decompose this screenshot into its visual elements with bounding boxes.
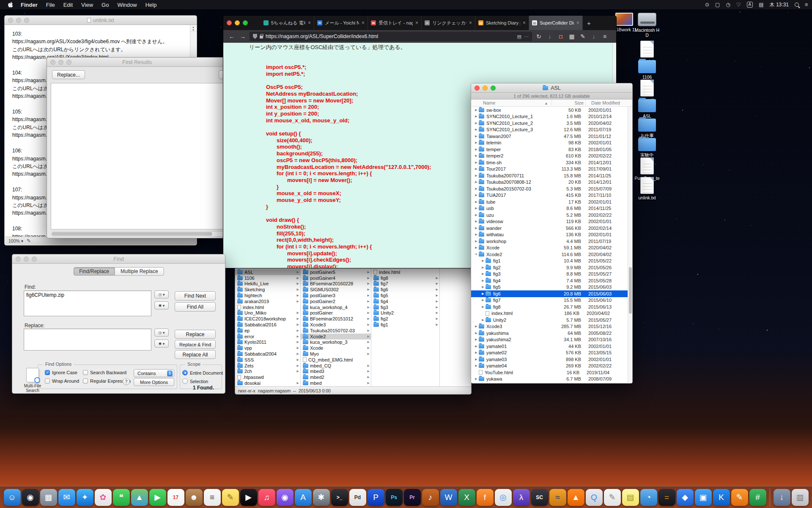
disclosure-triangle[interactable]: ▶ — [474, 128, 479, 131]
disclosure-triangle[interactable]: ▶ — [474, 213, 479, 217]
replace-settings-button[interactable]: ✱ ▾ — [154, 340, 169, 348]
table-row[interactable]: ▶usb8.6 MB2014/11/25 — [471, 205, 628, 212]
find-input[interactable]: fig6CPUtemp.zip — [24, 290, 151, 316]
disclosure-triangle[interactable]: ▶ — [480, 272, 486, 276]
table-row[interactable]: ▶telemin98 KB2002/01/01 — [471, 140, 628, 146]
archive-extension-icon[interactable]: ▦ — [568, 33, 576, 40]
tab-close-icon[interactable]: × — [469, 20, 472, 26]
table-row[interactable]: ▶workshop4.4 MB2011/07/19 — [471, 238, 628, 245]
disclosure-triangle[interactable]: ▶ — [474, 148, 479, 151]
table-row[interactable]: ▶fig47.4 MB2015/05/28 — [471, 277, 628, 284]
desktop-icon--[interactable]: 実験中 — [634, 138, 661, 157]
close-button[interactable] — [16, 257, 21, 262]
disclosure-triangle[interactable]: ▶ — [474, 121, 479, 125]
multi-file-search-button[interactable]: Multi-File Search — [19, 368, 46, 393]
vertical-scrollbar[interactable] — [628, 107, 632, 383]
list-item[interactable]: Uno_Miiko▶ — [235, 310, 300, 316]
dock-icon-pd[interactable]: Pd — [349, 489, 366, 506]
list-item[interactable]: vpp▶ — [235, 345, 300, 351]
table-row[interactable]: ▶SYNC2010_Lecture_23.5 MB2020/04/02 — [471, 120, 628, 127]
table-row[interactable]: ▶TUA2017415 KB2017/11/10 — [471, 192, 628, 199]
menu-clock[interactable]: 木 13:31 — [770, 1, 789, 8]
match-type-dropdown[interactable]: Contains▲▼ — [134, 369, 174, 377]
table-row[interactable]: ▶time-sh334 KB2014/12/01 — [471, 159, 628, 166]
list-item[interactable]: mbed_CQ▶ — [301, 363, 371, 369]
list-item[interactable]: mbed2▶ — [301, 374, 371, 380]
list-item[interactable]: hightech▶ — [235, 293, 300, 298]
table-row[interactable]: ▶wander566 KB2002/02/14 — [471, 225, 628, 232]
disclosure-triangle[interactable]: ▶ — [474, 331, 479, 335]
table-row[interactable]: ▶tube17 KB2002/01/01 — [471, 199, 628, 205]
selection-radio[interactable]: Selection — [182, 378, 208, 384]
list-item[interactable]: fig2▶ — [371, 316, 439, 322]
edit-extension-icon[interactable]: ✎ — [579, 33, 587, 40]
table-row[interactable]: ▶yamate03898 KB2002/01/01 — [471, 356, 628, 363]
minimize-button[interactable] — [24, 257, 29, 262]
table-row[interactable]: ▶index.html186 KB2020/04/02 — [471, 310, 628, 317]
list-item[interactable]: Sketching▶ — [235, 287, 300, 293]
clock-icon[interactable]: ◷ — [726, 2, 730, 8]
dock-icon-system-preferences[interactable]: ✱ — [313, 489, 330, 506]
list-item[interactable]: ICEC2018workshop▶ — [235, 316, 300, 322]
tab-close-icon[interactable]: × — [523, 20, 526, 26]
table-row[interactable]: ▶Tour2017113.3 MB2017/09/01 — [471, 166, 628, 173]
list-item[interactable]: postGainer▶ — [301, 310, 371, 316]
list-item[interactable]: fig1▶ — [371, 322, 439, 328]
reader-mode-icon[interactable]: ▤ — [517, 34, 521, 39]
list-item[interactable]: Hekifu_Live▶ — [235, 281, 300, 287]
dock-icon-textedit[interactable]: ✎ — [604, 489, 621, 506]
disclosure-triangle[interactable]: ▶ — [474, 135, 479, 138]
list-item[interactable]: fig5▶ — [371, 293, 439, 298]
close-button[interactable] — [8, 18, 13, 23]
list-item[interactable]: ASL▶ — [235, 269, 300, 275]
list-item[interactable]: Zets▶ — [235, 363, 300, 369]
table-row[interactable]: ▶Xcode3285.7 MB2015/12/16 — [471, 323, 628, 330]
radio-icon[interactable] — [182, 370, 188, 375]
list-item[interactable]: Myo▶ — [301, 351, 371, 357]
dock-icon-reminders[interactable]: ≡ — [204, 489, 221, 506]
disclosure-triangle[interactable]: ▶ — [474, 115, 479, 118]
table-row[interactable]: ▶fig29.9 MB2015/05/26 — [471, 264, 628, 271]
list-item[interactable]: fig7▶ — [371, 281, 439, 287]
list-item[interactable]: postGainer2▶ — [301, 298, 371, 304]
dock-icon-siri[interactable]: ◉ — [22, 489, 39, 506]
close-button[interactable] — [50, 60, 55, 65]
tracking-shield-icon[interactable] — [253, 34, 257, 39]
zoom-button[interactable] — [243, 20, 248, 25]
dock-icon-mail[interactable]: ✉ — [58, 489, 75, 506]
dock-icon-excel[interactable]: X — [458, 489, 475, 506]
url-bar[interactable]: https://nagasm.org/ASL/SuperCollider/ind… — [250, 32, 532, 41]
title-bar[interactable]: ASL — [471, 83, 632, 93]
title-bar[interactable]: Find — [12, 254, 225, 264]
dock-icon-music[interactable]: ♫ — [258, 489, 275, 506]
dock-icon-calculator[interactable]: = — [658, 489, 675, 506]
disclosure-triangle[interactable]: ▶ — [480, 279, 486, 282]
find-next-button[interactable]: Find Next — [175, 291, 216, 301]
dock-icon-podcasts[interactable]: ◉ — [277, 489, 294, 506]
horizontal-scrollbar[interactable] — [51, 231, 226, 237]
table-row[interactable]: ▶yamate04269 KB2002/02/22 — [471, 363, 628, 370]
recent-replacements-button[interactable]: ◷ ▾ — [154, 329, 169, 337]
table-row[interactable]: ▶yakushima234.1 MB2007/10/16 — [471, 337, 628, 343]
table-row[interactable]: ▶temper2610 KB2002/02/22 — [471, 153, 628, 160]
close-button[interactable] — [227, 20, 232, 25]
forward-button[interactable]: → — [239, 33, 247, 40]
dock-icon-keynote[interactable]: K — [713, 489, 730, 506]
disclosure-triangle[interactable]: ▶ — [474, 345, 479, 348]
disclosure-triangle[interactable]: ▶ — [480, 298, 486, 302]
table-row[interactable]: ▶fig620.8 MB2015/06/03 — [471, 290, 628, 297]
disclosure-triangle[interactable]: ▶ — [474, 154, 479, 157]
dock-icon-terminal[interactable]: >_ — [331, 489, 348, 506]
list-item[interactable]: Xcode3▶ — [301, 322, 371, 328]
table-row[interactable]: ▶yakushima64 MB2005/08/22 — [471, 330, 628, 337]
dock-icon-dropbox[interactable]: ◆ — [677, 489, 694, 506]
disclosure-triangle[interactable]: ▶ — [474, 364, 479, 367]
dock-icon-downloads-folder[interactable]: ↓ — [774, 489, 790, 506]
list-item[interactable]: Sabbatical2016▶ — [235, 322, 300, 328]
dock-icon-premiere[interactable]: Pr — [404, 489, 421, 506]
dock-icon-facetime[interactable]: ▶ — [149, 489, 166, 506]
ignore-case-checkbox[interactable]: Ignore Case — [45, 370, 77, 375]
desktop-icon-asl[interactable]: ASL — [634, 99, 661, 119]
replace-all-button[interactable]: Replace All — [175, 350, 216, 359]
list-item[interactable]: fig6▶ — [371, 287, 439, 293]
